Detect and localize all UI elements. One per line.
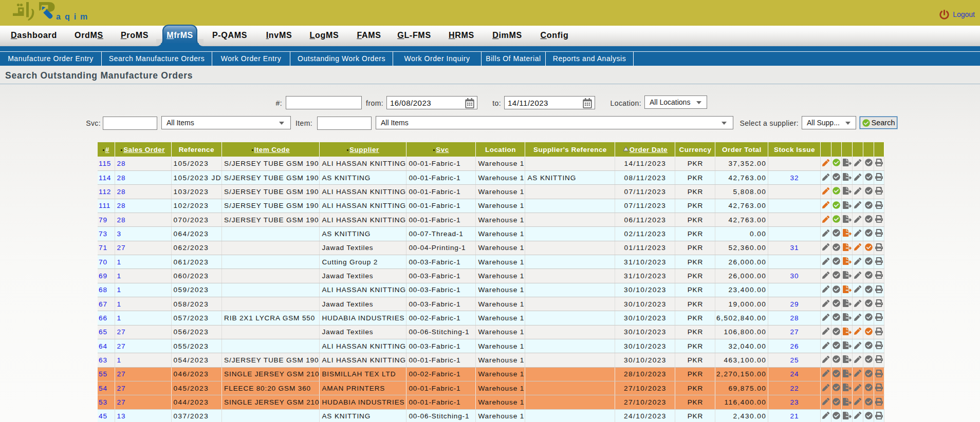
svg-text:aqim: aqim [56, 12, 91, 21]
